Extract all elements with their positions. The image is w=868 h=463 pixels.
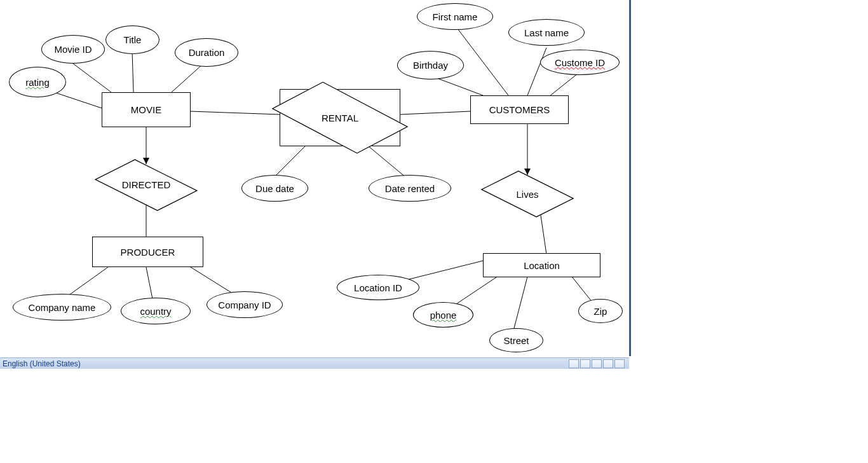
entity-location-label: Location (524, 260, 560, 271)
entity-producer[interactable]: PRODUCER (92, 237, 203, 267)
view-print-layout-icon[interactable] (569, 359, 579, 368)
svg-line-15 (458, 29, 508, 95)
attr-street[interactable]: Street (489, 328, 543, 352)
attr-duration-label: Duration (189, 47, 225, 58)
svg-line-0 (73, 64, 111, 92)
status-bar: English (United States) (0, 357, 629, 369)
svg-line-12 (146, 267, 153, 299)
relationship-lives-label: Lives (516, 189, 538, 200)
view-full-screen-icon[interactable] (580, 359, 590, 368)
entity-location[interactable]: Location (483, 253, 600, 277)
attr-rating-label: rating (25, 77, 50, 88)
attr-due-date-label: Due date (255, 183, 294, 194)
entity-producer-label: PRODUCER (121, 247, 175, 258)
entity-customers[interactable]: CUSTOMERS (470, 95, 569, 124)
attr-location-id-label: Location ID (354, 282, 402, 293)
attr-first-name-label: First name (433, 11, 478, 22)
entity-movie-label: MOVIE (131, 104, 161, 115)
attr-last-name[interactable]: Last name (508, 19, 585, 46)
attr-company-id-label: Company ID (218, 300, 271, 310)
attr-movie-id[interactable]: Movie ID (41, 35, 105, 64)
svg-line-1 (132, 51, 133, 92)
attr-date-rented[interactable]: Date rented (369, 175, 451, 202)
attr-phone[interactable]: phone (413, 302, 473, 328)
relationship-lives[interactable]: Lives (483, 175, 572, 213)
entity-customers-label: CUSTOMERS (489, 104, 550, 115)
attr-last-name-label: Last name (524, 27, 569, 38)
relationship-directed-label: DIRECTED (122, 179, 171, 190)
relationship-rental-label: RENTAL (322, 113, 358, 123)
attr-zip-label: Zip (594, 306, 607, 317)
attr-company-name[interactable]: Company name (13, 294, 111, 321)
relationship-directed[interactable]: DIRECTED (98, 164, 194, 205)
attr-movie-id-label: Movie ID (54, 44, 92, 55)
view-outline-icon[interactable] (603, 359, 613, 368)
svg-line-14 (432, 76, 483, 95)
attr-duration[interactable]: Duration (175, 38, 238, 67)
svg-line-17 (546, 73, 578, 99)
svg-line-4 (191, 111, 280, 114)
attr-location-id[interactable]: Location ID (337, 275, 419, 300)
attr-custome-id-label: Custome ID (555, 57, 605, 68)
attr-country[interactable]: country (121, 298, 191, 324)
attr-company-name-label: Company name (29, 302, 96, 313)
attr-country-label: country (140, 306, 171, 317)
svg-line-2 (172, 64, 203, 92)
view-web-layout-icon[interactable] (592, 359, 602, 368)
attr-street-label: Street (503, 335, 529, 346)
er-diagram-canvas: MOVIE Movie ID Title Duration rating REN… (0, 0, 631, 356)
status-language[interactable]: English (United States) (0, 359, 81, 368)
attr-company-id[interactable]: Company ID (207, 291, 283, 318)
attr-title-label: Title (124, 34, 142, 45)
attr-due-date[interactable]: Due date (241, 175, 308, 202)
svg-line-6 (273, 146, 305, 178)
svg-line-5 (400, 111, 470, 114)
attr-title[interactable]: Title (105, 25, 159, 54)
view-draft-icon[interactable] (614, 359, 625, 368)
entity-movie[interactable]: MOVIE (102, 92, 191, 127)
attr-birthday-label: Birthday (413, 60, 448, 71)
attr-birthday[interactable]: Birthday (397, 51, 464, 79)
attr-date-rented-label: Date rented (385, 183, 435, 194)
svg-line-20 (540, 211, 546, 254)
attr-first-name[interactable]: First name (417, 3, 493, 30)
attr-phone-label: phone (430, 310, 457, 321)
attr-zip[interactable]: Zip (578, 299, 623, 323)
svg-line-7 (369, 146, 407, 178)
attr-rating[interactable]: rating (9, 67, 66, 97)
attr-custome-id[interactable]: Custome ID (540, 50, 620, 75)
svg-line-23 (513, 277, 527, 331)
svg-line-16 (527, 48, 546, 95)
relationship-rental[interactable]: RENTAL (280, 89, 400, 146)
